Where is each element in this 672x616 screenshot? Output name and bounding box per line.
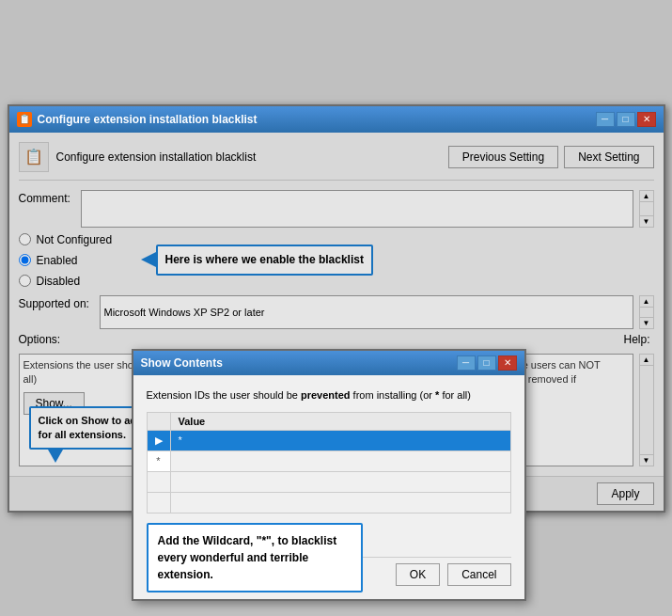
modal-callout-container: Add the Wildcard, "*", to blacklist ever…	[147, 523, 511, 547]
modal-minimize-button[interactable]: ─	[457, 355, 476, 371]
table-value-cell2[interactable]	[170, 450, 510, 471]
modal-ok-button[interactable]: OK	[396, 563, 440, 586]
table-empty-cell2	[170, 471, 510, 492]
table-arrow-cell2: *	[147, 450, 170, 471]
window-body: 📋 Configure extension installation black…	[9, 133, 664, 511]
modal-table: Value ▶ * *	[147, 412, 511, 513]
modal-cancel-button[interactable]: Cancel	[447, 563, 510, 586]
modal-description: Extension IDs the user should be prevent…	[147, 388, 511, 403]
window-icon: 📋	[17, 112, 32, 127]
table-empty-cell3	[147, 492, 170, 513]
modal-callout-text: Add the Wildcard, "*", to blacklist ever…	[158, 534, 337, 581]
table-row[interactable]: ▶ *	[147, 430, 510, 450]
modal-callout-box: Add the Wildcard, "*", to blacklist ever…	[147, 523, 363, 592]
window-title: Configure extension installation blackli…	[38, 113, 258, 126]
modal-title: Show Contents	[141, 356, 223, 370]
table-empty-row2	[147, 492, 510, 513]
table-arrow-cell: ▶	[147, 430, 170, 450]
modal-desc-text: Extension IDs the user should be prevent…	[147, 389, 471, 401]
minimize-button[interactable]: ─	[596, 112, 615, 127]
table-row[interactable]: *	[147, 450, 510, 471]
table-value-cell[interactable]: *	[170, 430, 510, 450]
modal-title-controls: ─ □ ✕	[457, 355, 517, 371]
maximize-button[interactable]: □	[617, 112, 635, 127]
table-empty-cell1	[147, 471, 170, 492]
title-controls: ─ □ ✕	[596, 112, 656, 127]
close-button[interactable]: ✕	[637, 112, 656, 127]
modal-maximize-button[interactable]: □	[477, 355, 496, 371]
table-empty-cell4	[170, 492, 510, 513]
table-empty-row	[147, 471, 510, 492]
modal-content: Extension IDs the user should be prevent…	[133, 375, 524, 599]
table-header-empty	[147, 412, 170, 430]
modal-close-button[interactable]: ✕	[498, 355, 517, 371]
title-bar: 📋 Configure extension installation black…	[9, 106, 664, 133]
modal-title-bar: Show Contents ─ □ ✕	[133, 351, 524, 375]
table-header-value: Value	[170, 412, 510, 430]
main-window: 📋 Configure extension installation black…	[8, 104, 665, 513]
show-contents-modal: Show Contents ─ □ ✕ Extension IDs the us…	[132, 349, 526, 601]
title-bar-left: 📋 Configure extension installation black…	[17, 112, 258, 127]
